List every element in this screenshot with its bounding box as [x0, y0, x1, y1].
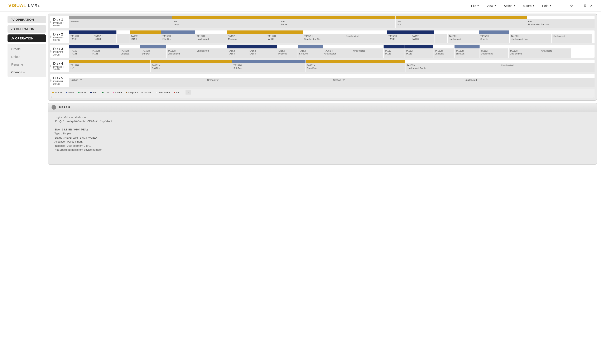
segment-bar[interactable]	[540, 45, 571, 48]
segment-label[interactable]: Unalloacted	[345, 34, 387, 43]
vg-operation-button[interactable]: VG OPERATION	[8, 25, 46, 33]
segment-label[interactable]: TA152HUnallocated	[323, 48, 352, 58]
segment-bar[interactable]	[69, 30, 93, 34]
segment-bar[interactable]	[166, 45, 195, 48]
segment-bar[interactable]	[195, 45, 227, 48]
segment-label[interactable]: TA152HIAR80	[130, 34, 161, 43]
segment-bar[interactable]	[527, 16, 594, 19]
segment-bar[interactable]	[130, 30, 161, 34]
sidebar-item-create[interactable]: Create	[8, 45, 46, 53]
segment-label[interactable]: TA152HSpitFire	[150, 63, 232, 72]
segment-bar[interactable]	[69, 45, 90, 48]
segment-label[interactable]: TA152HIAR80	[266, 34, 303, 43]
segment-bar[interactable]	[395, 16, 527, 19]
segment-bar[interactable]	[298, 45, 323, 48]
menu-macro[interactable]: Macro▼	[523, 4, 535, 8]
segment-label[interactable]: TA152HUnallocated Section	[405, 63, 500, 72]
segment-label[interactable]: TA152TA183	[227, 48, 248, 58]
close-icon[interactable]: ✕	[590, 4, 593, 8]
sidebar-item-change[interactable]: Change ◇	[8, 68, 46, 76]
segment-bar[interactable]	[332, 74, 463, 78]
segment-label[interactable]: TA152HShinDen	[298, 48, 323, 58]
segment-label[interactable]: TA152HUnalloca	[119, 48, 140, 58]
segment-bar[interactable]	[383, 45, 404, 48]
segment-bar[interactable]	[232, 60, 306, 63]
segment-bar[interactable]	[195, 30, 227, 34]
segment-label[interactable]	[434, 34, 447, 43]
segment-label[interactable]: TA152HUnallocated Sec	[303, 34, 345, 43]
segment-label[interactable]: TA152HTA183	[90, 48, 119, 58]
segment-bar[interactable]	[69, 16, 172, 19]
segment-bar[interactable]	[306, 60, 405, 63]
segment-label[interactable]: TA152HUnallocated	[508, 48, 540, 58]
segment-bar[interactable]	[454, 45, 480, 48]
segment-label[interactable]: TA152HTA183	[404, 48, 433, 58]
segment-bar[interactable]	[206, 74, 332, 78]
segment-label[interactable]: Unalloacted	[352, 48, 383, 58]
legend-collapse-icon[interactable]: «	[186, 90, 191, 95]
segment-bar[interactable]	[69, 60, 150, 63]
segment-bar[interactable]	[116, 30, 130, 34]
segment-bar[interactable]	[280, 16, 395, 19]
sidebar-item-delete[interactable]: Delete	[8, 53, 46, 61]
segment-bar[interactable]	[161, 30, 195, 34]
segment-bar[interactable]	[303, 30, 345, 34]
segment-label[interactable]: TA152TA183	[69, 48, 90, 58]
segment-bar[interactable]	[150, 60, 232, 63]
segment-bar[interactable]	[345, 30, 387, 34]
segment-bar[interactable]	[433, 45, 454, 48]
segment-label[interactable]: TA152TA183	[383, 48, 404, 58]
segment-label[interactable]: rhelroot	[395, 19, 527, 28]
segment-label[interactable]: TA152HUnalloca	[433, 48, 454, 58]
segment-bar[interactable]	[509, 30, 551, 34]
segment-bar[interactable]	[404, 45, 433, 48]
segment-bar[interactable]	[140, 45, 166, 48]
segment-label[interactable]: TA152HTA183	[248, 48, 277, 58]
maximize-icon[interactable]: ⧉	[584, 4, 586, 8]
segment-bar[interactable]	[479, 30, 509, 34]
segment-label[interactable]: Orphan PV	[332, 78, 463, 87]
segment-label[interactable]: TA152HUnallocated Sec	[509, 34, 551, 43]
segment-bar[interactable]	[447, 30, 479, 34]
segment-bar[interactable]	[172, 16, 280, 19]
minimize-icon[interactable]: —	[577, 4, 580, 8]
segment-label[interactable]: TA152HLa11	[69, 63, 150, 72]
segment-label[interactable]: TA152HShinDen	[232, 63, 306, 72]
segment-label[interactable]: TA152HTA183	[411, 34, 434, 43]
segment-bar[interactable]	[227, 30, 266, 34]
segment-bar[interactable]	[119, 45, 140, 48]
segment-bar[interactable]	[508, 45, 540, 48]
segment-label[interactable]: TA152HUnalloca	[277, 48, 298, 58]
segment-bar[interactable]	[480, 45, 508, 48]
segment-bar[interactable]	[387, 30, 411, 34]
sidebar-item-rename[interactable]: Rename	[8, 61, 46, 68]
segment-label[interactable]: TA152HTA183	[93, 34, 116, 43]
horizontal-scrollbar[interactable]	[50, 96, 594, 98]
segment-label[interactable]: Unalloacte	[540, 48, 571, 58]
segment-label[interactable]: Partition	[69, 19, 172, 28]
segment-bar[interactable]	[411, 30, 434, 34]
segment-bar[interactable]	[69, 74, 206, 78]
segment-label[interactable]: TA152HShenDen	[306, 63, 405, 72]
segment-label[interactable]: TA152HTA183	[69, 34, 93, 43]
lv-operation-button[interactable]: LV OPERATION	[8, 34, 46, 42]
menu-view[interactable]: View▼	[487, 4, 496, 8]
segment-label[interactable]: TA152HShinDen	[454, 48, 480, 58]
refresh-icon[interactable]: ⟳	[570, 4, 573, 8]
menu-action[interactable]: Action▼	[504, 4, 515, 8]
segment-bar[interactable]	[500, 60, 594, 63]
segment-label[interactable]: TA152HTA183	[387, 34, 411, 43]
segment-bar[interactable]	[93, 30, 116, 34]
pv-operation-button[interactable]: PV OPERATION	[8, 16, 46, 23]
segment-label[interactable]: Unalloacted	[463, 78, 594, 87]
segment-label[interactable]: TA152HUnallocated	[480, 48, 508, 58]
segment-bar[interactable]	[463, 74, 594, 78]
segment-bar[interactable]	[352, 45, 383, 48]
menu-file[interactable]: File▼	[471, 4, 479, 8]
segment-bar[interactable]	[277, 45, 298, 48]
segment-bar[interactable]	[434, 30, 447, 34]
segment-label[interactable]: Unalloacted	[551, 34, 592, 43]
segment-label[interactable]: Unalloacted	[195, 48, 227, 58]
segment-bar[interactable]	[323, 45, 352, 48]
segment-label[interactable]: TA152HUnallocated	[166, 48, 195, 58]
